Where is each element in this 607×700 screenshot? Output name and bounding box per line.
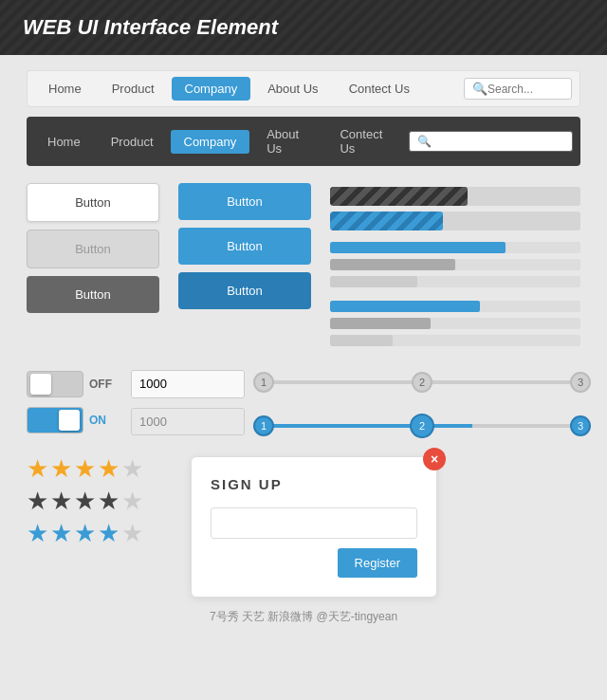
progress-group-1	[330, 242, 580, 289]
search-icon: 🔍	[472, 82, 487, 96]
step-node-2a[interactable]: 2	[412, 372, 432, 393]
right-buttons-col: Button Button Button	[178, 183, 311, 309]
footer: 7号秀 天艺 新浪微博 @天艺-tingyean	[27, 598, 580, 633]
toggle-col: OFF ON	[27, 371, 112, 433]
thin-bar-2a	[330, 301, 580, 312]
nav-light-home[interactable]: Home	[35, 77, 95, 101]
progress-bar-2	[330, 212, 580, 230]
page-header: WEB UI Interface Element	[0, 0, 607, 55]
toggle-off-track[interactable]	[27, 371, 83, 397]
progress-group-2	[330, 301, 580, 348]
page-title: WEB UI Interface Element	[23, 15, 278, 39]
nav-light-company[interactable]: Company	[172, 77, 251, 101]
thin-fill-2b	[330, 318, 431, 329]
nav-light-search-box: 🔍	[464, 78, 572, 100]
slider-col: 1 2 3 1 2 3	[264, 363, 580, 441]
toggle-on-switch: ON	[27, 407, 112, 433]
spinner-1: ▲ ▼	[131, 370, 245, 398]
thin-bar-1b	[330, 259, 580, 270]
star-dark-3[interactable]: ★	[74, 488, 96, 513]
star-blue-3[interactable]: ★	[74, 521, 96, 545]
star-dark-2[interactable]: ★	[50, 488, 72, 513]
step-node-2b[interactable]: 2	[410, 414, 434, 438]
button-blue-1[interactable]: Button	[178, 183, 311, 220]
thin-fill-1a	[330, 242, 506, 253]
star-gold-3[interactable]: ★	[74, 456, 96, 481]
nav-dark-company[interactable]: Company	[171, 130, 250, 154]
nav-bar-light: Home Product Company About Us Contect Us…	[27, 70, 580, 107]
star-gold-5-empty[interactable]: ★	[121, 456, 143, 481]
nav-light-search-input[interactable]	[487, 83, 563, 96]
step-node-3b[interactable]: 3	[570, 415, 591, 436]
thin-fill-2a	[330, 301, 480, 312]
signup-close-button[interactable]: ×	[423, 448, 446, 470]
nav-light-contact[interactable]: Contect Us	[336, 77, 423, 101]
progress-fill-2	[330, 212, 443, 230]
controls-section: OFF ON ▲ ▼ ▲	[27, 363, 580, 441]
bottom-row: ★ ★ ★ ★ ★ ★ ★ ★ ★ ★ ★ ★ ★ ★ ★	[27, 456, 580, 598]
toggle-on-track[interactable]	[27, 407, 83, 433]
thin-fill-2c	[330, 335, 393, 346]
spinner-col: ▲ ▼ ▲	[131, 370, 245, 435]
signup-register-button[interactable]: Register	[338, 548, 417, 578]
nav-dark-about[interactable]: About Us	[253, 122, 322, 160]
star-blue-4[interactable]: ★	[98, 521, 120, 545]
thin-fill-1b	[330, 259, 455, 270]
signup-title: SIGN UP	[211, 476, 417, 492]
progress-bar-1	[330, 187, 580, 206]
star-row-blue: ★ ★ ★ ★ ★	[27, 521, 143, 545]
progress-bars-col	[330, 183, 580, 348]
star-gold-2[interactable]: ★	[50, 456, 72, 481]
nav-dark-product[interactable]: Product	[98, 130, 167, 154]
search-icon-dark: 🔍	[417, 135, 432, 148]
step-node-1b[interactable]: 1	[253, 415, 274, 436]
star-dark-1[interactable]: ★	[27, 488, 48, 513]
spinner-input-2[interactable]	[132, 409, 245, 434]
star-dark-5-empty[interactable]: ★	[121, 488, 143, 513]
progress-fill-1	[330, 187, 468, 206]
main-content: Home Product Company About Us Contect Us…	[0, 55, 607, 652]
left-buttons-col: Button Button Button	[27, 183, 159, 313]
nav-light-product[interactable]: Product	[99, 77, 168, 101]
step-track-inactive: 1 2 3	[264, 380, 580, 384]
stars-col: ★ ★ ★ ★ ★ ★ ★ ★ ★ ★ ★ ★ ★ ★ ★	[27, 456, 143, 545]
nav-light-about[interactable]: About Us	[254, 77, 331, 101]
button-blue-3[interactable]: Button	[178, 272, 311, 309]
step-slider-inactive: 1 2 3	[264, 367, 580, 397]
toggle-off-switch: OFF	[27, 371, 112, 397]
star-blue-1[interactable]: ★	[27, 521, 48, 545]
signup-action-row: Register	[211, 548, 417, 578]
star-blue-2[interactable]: ★	[50, 521, 72, 545]
button-gray-light[interactable]: Button	[27, 230, 159, 268]
thin-bar-2c	[330, 335, 580, 346]
button-blue-2[interactable]: Button	[178, 228, 311, 265]
thin-bar-1a	[330, 242, 580, 253]
star-gold-1[interactable]: ★	[27, 456, 48, 481]
toggle-on-thumb	[59, 410, 80, 431]
thin-bar-1c	[330, 276, 580, 287]
step-node-3a[interactable]: 3	[570, 372, 591, 393]
star-row-dark: ★ ★ ★ ★ ★	[27, 488, 143, 513]
toggle-off-thumb	[30, 374, 51, 395]
toggle-off-label: OFF	[89, 378, 112, 391]
signup-card: × SIGN UP Register	[191, 456, 437, 598]
nav-dark-search-input[interactable]	[432, 135, 564, 148]
star-gold-4[interactable]: ★	[98, 456, 120, 481]
nav-bar-dark: Home Product Company About Us Contect Us…	[27, 117, 580, 166]
button-gray-dark[interactable]: Button	[27, 276, 159, 313]
thin-bar-2b	[330, 318, 580, 329]
buttons-section: Button Button Button Button Button Butto…	[27, 183, 580, 348]
nav-dark-home[interactable]: Home	[34, 130, 94, 154]
step-track-active: 1 2 3	[264, 424, 580, 428]
spinner-input-1[interactable]	[132, 371, 245, 397]
signup-text-input[interactable]	[211, 507, 417, 539]
nav-dark-contact[interactable]: Contect Us	[326, 122, 405, 160]
star-dark-4[interactable]: ★	[98, 488, 120, 513]
star-blue-5-empty[interactable]: ★	[121, 521, 143, 545]
footer-text: 7号秀 天艺 新浪微博 @天艺-tingyean	[210, 610, 397, 623]
spinner-2: ▲	[131, 408, 245, 435]
button-white[interactable]: Button	[27, 183, 159, 222]
step-slider-active: 1 2 3	[264, 411, 580, 441]
thin-fill-1c	[330, 276, 417, 287]
step-node-1a[interactable]: 1	[253, 372, 274, 393]
